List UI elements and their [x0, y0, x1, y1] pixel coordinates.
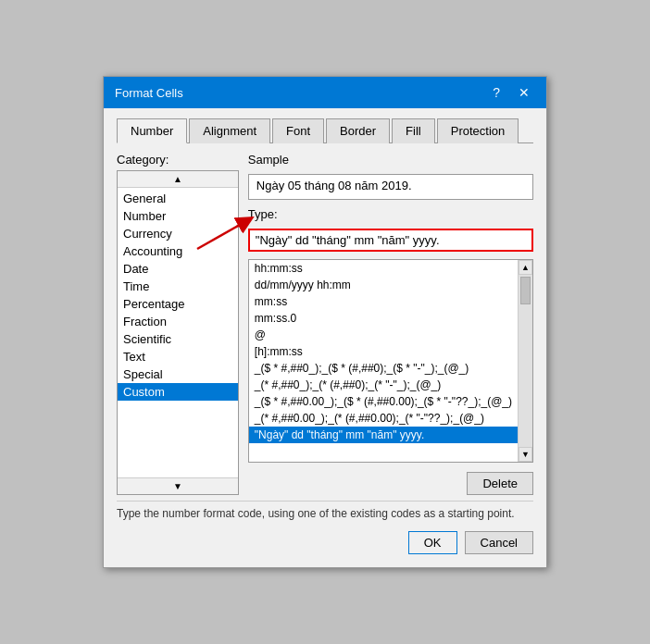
format-item-8[interactable]: _($ * #,##0.00_);_($ * (#,##0.00);_($ * …	[249, 393, 518, 410]
format-scroll-up[interactable]: ▲	[519, 260, 532, 275]
format-item-2[interactable]: mm:ss	[249, 293, 518, 310]
close-button[interactable]: ✕	[513, 84, 535, 101]
format-item-0[interactable]: hh:mm:ss	[249, 260, 518, 277]
tab-alignment[interactable]: Alignment	[189, 118, 270, 143]
format-item-5[interactable]: [h]:mm:ss	[249, 343, 518, 360]
help-button[interactable]: ?	[487, 84, 506, 101]
delete-button[interactable]: Delete	[467, 472, 533, 495]
category-item-general[interactable]: General	[118, 190, 238, 207]
format-list-container: hh:mm:ss dd/mm/yyyy hh:mm mm:ss mm:ss.0 …	[248, 259, 533, 463]
category-item-text[interactable]: Text	[118, 348, 238, 365]
sample-section: Sample Ngày 05 tháng 08 năm 2019.	[248, 153, 533, 200]
tab-number[interactable]: Number	[117, 118, 187, 143]
category-section: Category: ▲ General Number Currency Acco…	[117, 153, 239, 495]
category-item-fraction[interactable]: Fraction	[118, 313, 238, 330]
title-bar: Format Cells ? ✕	[104, 77, 546, 108]
format-item-4[interactable]: @	[249, 327, 518, 343]
category-item-scientific[interactable]: Scientific	[118, 330, 238, 348]
tab-fill[interactable]: Fill	[392, 118, 435, 143]
category-list-wrapper: ▲ General Number Currency Accounting Dat…	[117, 170, 239, 495]
format-item-3[interactable]: mm:ss.0	[249, 310, 518, 327]
format-item-1[interactable]: dd/mm/yyyy hh:mm	[249, 277, 518, 293]
type-section: Type:	[248, 207, 533, 252]
right-panel: Sample Ngày 05 tháng 08 năm 2019. Type:	[248, 153, 533, 495]
category-item-special[interactable]: Special	[118, 365, 238, 383]
format-scroll-thumb	[520, 277, 531, 304]
category-scroll-up[interactable]: ▲	[118, 171, 238, 188]
delete-row: Delete	[248, 472, 533, 495]
format-scroll-track[interactable]	[519, 275, 532, 447]
category-item-time[interactable]: Time	[118, 278, 238, 295]
category-item-accounting[interactable]: Accounting	[118, 242, 238, 260]
dialog-title: Format Cells	[115, 86, 183, 100]
title-controls: ? ✕	[487, 84, 535, 101]
category-item-currency[interactable]: Currency	[118, 225, 238, 242]
ok-button[interactable]: OK	[408, 531, 457, 554]
info-text: Type the number format code, using one o…	[117, 501, 533, 520]
sample-value: Ngày 05 tháng 08 năm 2019.	[248, 174, 533, 200]
category-item-date[interactable]: Date	[118, 260, 238, 278]
category-item-custom[interactable]: Custom	[118, 383, 238, 401]
type-input[interactable]	[250, 230, 531, 250]
sample-label: Sample	[248, 153, 533, 167]
tab-font[interactable]: Font	[272, 118, 324, 143]
format-scrollbar: ▲ ▼	[518, 260, 532, 462]
format-list: hh:mm:ss dd/mm/yyyy hh:mm mm:ss mm:ss.0 …	[249, 260, 518, 462]
tab-border[interactable]: Border	[326, 118, 390, 143]
format-item-9[interactable]: _(* #,##0.00_);_(* (#,##0.00);_(* "-"??_…	[249, 410, 518, 427]
dialog-content: Number Alignment Font Border Fill Protec…	[104, 108, 546, 567]
cancel-button[interactable]: Cancel	[465, 531, 533, 554]
category-label: Category:	[117, 153, 239, 167]
format-item-6[interactable]: _($ * #,##0_);_($ * (#,##0);_($ * "-"_);…	[249, 360, 518, 377]
format-item-10[interactable]: "Ngày" dd "tháng" mm "năm" yyyy.	[249, 427, 518, 443]
category-item-percentage[interactable]: Percentage	[118, 295, 238, 313]
category-list: General Number Currency Accounting Date …	[118, 190, 238, 477]
main-body: Category: ▲ General Number Currency Acco…	[117, 153, 533, 495]
category-scroll-down[interactable]: ▼	[118, 477, 238, 494]
format-cells-dialog: Format Cells ? ✕ Number Alignment Font B…	[103, 76, 547, 568]
category-item-number[interactable]: Number	[118, 207, 238, 225]
format-item-7[interactable]: _(* #,##0_);_(* (#,##0);_(* "-"_);_(@_)	[249, 377, 518, 393]
type-input-wrapper	[248, 229, 533, 252]
bottom-buttons: OK Cancel	[117, 531, 533, 554]
tab-protection[interactable]: Protection	[437, 118, 519, 143]
tab-bar: Number Alignment Font Border Fill Protec…	[117, 118, 533, 143]
type-label: Type:	[248, 207, 533, 221]
format-scroll-down[interactable]: ▼	[519, 447, 532, 462]
